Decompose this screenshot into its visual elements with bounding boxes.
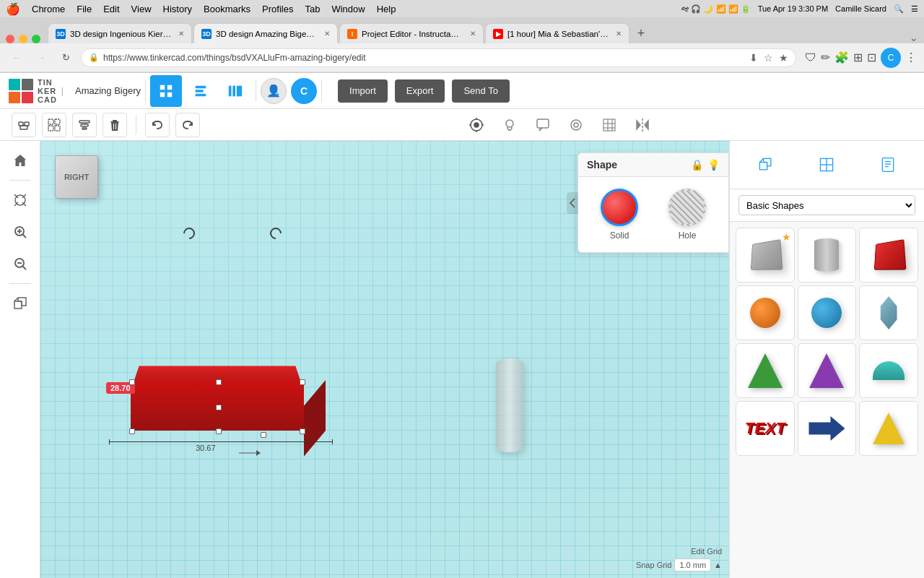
menu-profiles[interactable]: Profiles <box>262 4 293 14</box>
import-button[interactable]: Import <box>338 79 388 103</box>
selection-handle-tr[interactable] <box>300 379 305 385</box>
shape-item-arrow[interactable] <box>798 401 857 456</box>
shape-item-text3d[interactable]: TEXT <box>736 401 795 456</box>
redo-button[interactable] <box>175 113 200 137</box>
menu-list[interactable]: ☰ <box>911 4 918 14</box>
shape-item-red-cube[interactable] <box>859 228 918 282</box>
profile-icon[interactable]: C <box>881 48 901 68</box>
tab-search-icon[interactable]: ⌄ <box>910 32 918 43</box>
add-user-button[interactable]: 👤 + <box>261 78 287 104</box>
menu-view[interactable]: View <box>131 4 152 14</box>
shape-item-pyramid-green[interactable] <box>736 343 795 398</box>
delete-button[interactable] <box>103 113 127 137</box>
group-button[interactable] <box>12 113 36 137</box>
grid-view-button[interactable] <box>150 75 182 107</box>
export-button[interactable]: Export <box>395 79 445 103</box>
fit-to-screen-button[interactable] <box>6 186 34 214</box>
cylinder-object[interactable] <box>496 358 523 452</box>
menu-bookmarks[interactable]: Bookmarks <box>204 4 250 14</box>
shape-visibility-icon[interactable]: 💡 <box>707 159 720 171</box>
menu-edit[interactable]: Edit <box>103 4 119 14</box>
window-close[interactable] <box>6 35 14 43</box>
selection-handle-bottom[interactable] <box>261 432 266 438</box>
snap-increment-button[interactable]: ▲ <box>714 561 722 569</box>
back-button[interactable]: ← <box>7 48 26 67</box>
cube-face-right[interactable]: RIGHT <box>55 155 98 199</box>
new-tab-button[interactable]: + <box>631 23 651 43</box>
tab-1-close[interactable]: ✕ <box>178 30 184 38</box>
shape-item-cylinder[interactable] <box>798 228 857 282</box>
library-view-button[interactable] <box>219 75 251 107</box>
zoom-out-button[interactable] <box>6 250 34 277</box>
window-minimize[interactable] <box>19 35 27 43</box>
snap-value[interactable]: 1.0 mm <box>674 558 711 571</box>
tab-manager-icon[interactable]: ⊞ <box>853 51 863 64</box>
view-cube-button[interactable] <box>6 290 34 317</box>
star-icon[interactable]: ★ <box>779 52 788 64</box>
sidebar-floor-plan-view[interactable] <box>808 148 845 181</box>
tab-3[interactable]: I Project Editor - Instructables ✕ <box>339 23 484 43</box>
tab-2-close[interactable]: ✕ <box>324 30 330 38</box>
tab-4-close[interactable]: ✕ <box>616 30 622 38</box>
extension-1[interactable]: 🛡 <box>805 51 816 64</box>
shape-lock-icon[interactable]: 🔒 <box>691 159 703 171</box>
selection-handle-tl[interactable] <box>129 379 135 385</box>
menu-tab[interactable]: Tab <box>305 4 320 14</box>
speech-tool[interactable] <box>531 113 555 137</box>
undo-button[interactable] <box>145 113 170 137</box>
shape-item-halfcircle[interactable] <box>859 343 918 398</box>
address-bar[interactable]: 🔒 https://www.tinkercad.com/things/bsdVX… <box>81 48 796 67</box>
camera-tool[interactable] <box>464 113 489 137</box>
shape-item-box[interactable]: ★ <box>736 228 795 282</box>
hole-shape-option[interactable]: Hole <box>668 189 706 241</box>
solid-shape-option[interactable]: Solid <box>601 189 638 241</box>
circle-tool[interactable] <box>564 113 588 137</box>
build-view-button[interactable] <box>185 75 217 107</box>
menu-window[interactable]: Window <box>331 4 365 14</box>
sidebar-3d-view[interactable] <box>747 148 785 181</box>
tab-2[interactable]: 3D 3D design Amazing Bigery | Ti... ✕ <box>193 23 338 43</box>
shape-panel-collapse-arrow[interactable] <box>567 192 578 214</box>
shape-item-pyramid-purple[interactable] <box>798 343 857 398</box>
forward-button[interactable]: → <box>32 48 51 67</box>
download-icon[interactable]: ⬇ <box>749 52 758 64</box>
light-tool[interactable] <box>497 113 522 137</box>
rotate-handle-right[interactable] <box>270 228 287 245</box>
shape-item-pyramid-yellow[interactable] <box>859 401 918 456</box>
mirror-tool[interactable] <box>630 113 655 137</box>
rotate-handle-left[interactable] <box>183 228 201 245</box>
extension-2[interactable]: ✏ <box>821 51 830 64</box>
ungroup-button[interactable] <box>42 113 66 137</box>
send-to-button[interactable]: Send To <box>452 79 509 103</box>
view-cube[interactable]: RIGHT <box>55 155 105 206</box>
canvas-area[interactable]: RIGHT 28.70 <box>40 141 729 578</box>
sidebar-note-view[interactable] <box>869 148 907 181</box>
shape-item-crystal[interactable] <box>859 285 918 340</box>
red-box-object[interactable]: 28.70 <box>109 355 326 434</box>
menu-chrome[interactable]: Chrome <box>32 4 65 14</box>
extension-3[interactable]: 🧩 <box>834 51 849 64</box>
zoom-in-button[interactable] <box>6 218 34 246</box>
menu-history[interactable]: History <box>163 4 192 14</box>
align-button[interactable] <box>72 113 97 137</box>
menu-file[interactable]: File <box>77 4 92 14</box>
selection-handle-br[interactable] <box>300 428 305 434</box>
grid-measurement-tool[interactable] <box>597 113 622 137</box>
selection-handle-bl[interactable] <box>129 428 135 434</box>
more-options-icon[interactable]: ⋮ <box>905 51 917 64</box>
apple-menu[interactable]: 🍎 <box>6 2 20 16</box>
tab-3-close[interactable]: ✕ <box>470 30 476 38</box>
menu-search[interactable]: 🔍 <box>894 4 904 14</box>
home-view-button[interactable] <box>6 147 34 174</box>
bookmark-icon[interactable]: ☆ <box>764 52 773 64</box>
tab-1[interactable]: 3D 3D design Ingenious Kieran | T... ✕ <box>48 23 192 43</box>
shape-item-sphere-orange[interactable] <box>736 285 795 340</box>
sidebar-toggle[interactable]: ⊡ <box>867 51 876 64</box>
selection-handle-mm[interactable] <box>216 405 222 410</box>
refresh-button[interactable]: ↻ <box>56 48 75 67</box>
tab-4[interactable]: ▶ [1 hour] Mia & Sebastian's... ✕ <box>485 23 629 43</box>
edit-grid-label[interactable]: Edit Grid <box>691 547 722 556</box>
selection-handle-bm[interactable] <box>216 428 222 434</box>
user-profile-button[interactable]: C <box>291 78 317 104</box>
selection-handle-tm[interactable] <box>216 379 222 385</box>
